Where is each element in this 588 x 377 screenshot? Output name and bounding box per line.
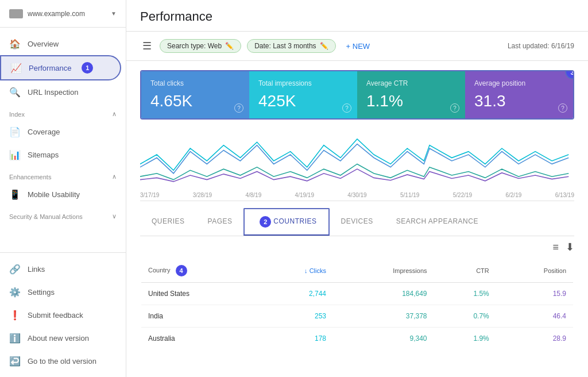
search-type-chip[interactable]: Search type: Web ✏️ [160,39,241,53]
performance-badge: 1 [82,62,93,74]
date-chip[interactable]: Date: Last 3 months ✏️ [247,39,335,53]
filter-button[interactable]: ☰ [140,37,154,55]
edit-date-icon: ✏️ [320,42,328,50]
table-badge: 4 [176,265,187,276]
position-india: 46.4 [496,305,574,328]
sitemaps-icon: 📊 [9,149,21,160]
chart-x-labels: 3/17/19 3/28/19 4/8/19 4/19/19 4/30/19 5… [140,191,574,199]
feedback-icon: ❗ [9,309,21,321]
col-ctr: CTR [434,259,496,283]
metrics-row: Total clicks 4.65K ? Total impressions 4… [140,70,574,120]
sidebar-item-overview[interactable]: 🏠 Overview [0,32,121,55]
settings-icon: ⚙️ [9,286,21,298]
sidebar-item-settings[interactable]: ⚙️ Settings [0,280,121,303]
links-icon: 🔗 [9,263,21,275]
metric-ctr[interactable]: Average CTR 1.1% ? [357,71,465,118]
col-country: Country 4 [141,259,258,283]
edit-search-type-icon: ✏️ [225,42,234,50]
sidebar-header: www.example.com ▼ [0,0,126,28]
sidebar-item-go-old[interactable]: ↩️ Go to the old version [0,349,121,372]
x-label-6: 5/22/19 [453,192,472,198]
metric-clicks[interactable]: Total clicks 4.65K ? [141,71,249,118]
sidebar-overview-label: Overview [28,40,59,48]
impressions-australia: 9,340 [333,328,434,351]
page-title: Performance [140,9,574,24]
x-label-1: 3/28/19 [193,192,212,198]
impressions-us: 184,649 [333,283,434,305]
sidebar-item-sitemaps[interactable]: 📊 Sitemaps [0,143,121,166]
clicks-label: Total clicks [150,79,240,87]
sidebar-settings-label: Settings [28,288,55,297]
filter-rows-button[interactable]: ≡ [552,241,559,253]
table-row: United States 2,744 184,649 1.5% 15.9 [141,283,574,305]
tab-pages[interactable]: PAGES [196,210,244,233]
impressions-label: Total impressions [258,79,348,87]
tabs-row: QUERIES PAGES 2 COUNTRIES DEVICES SEARCH… [140,208,574,236]
sidebar-feedback-label: Submit feedback [28,311,83,320]
countries-badge: 2 [260,216,271,228]
impressions-value: 425K [258,92,348,110]
tab-countries[interactable]: 2 COUNTRIES [243,208,329,236]
index-section-label: Index ∧ [0,103,126,120]
chart-container: 3/17/19 3/28/19 4/8/19 4/19/19 4/30/19 5… [140,126,574,201]
enhancements-collapse-icon[interactable]: ∧ [112,173,117,180]
tab-queries[interactable]: QUERIES [140,210,196,233]
tab-devices[interactable]: DEVICES [330,210,385,233]
index-collapse-icon[interactable]: ∧ [112,110,117,118]
sidebar-performance-label: Performance [29,64,71,72]
impressions-info-icon: ? [342,103,351,113]
clicks-australia: 178 [258,328,333,351]
clicks-value: 4.65K [150,92,240,110]
table-row: Australia 178 9,340 1.9% 28.9 [141,328,574,351]
metric-position[interactable]: Average position 31.3 ? [465,71,573,118]
sidebar-domain: www.example.com [28,10,106,18]
search-icon: 🔍 [9,86,21,98]
sidebar-about-label: About new version [28,334,89,343]
sort-arrow-icon: ↓ [304,267,310,274]
country-us: United States [141,283,258,305]
search-type-label: Search type: Web [167,42,222,50]
sidebar-caret-icon[interactable]: ▼ [111,10,117,17]
tab-search-appearance[interactable]: SEARCH APPEARANCE [385,210,490,233]
sidebar-goold-label: Go to the old version [28,357,96,366]
table-row: India 253 37,378 0.7% 46.4 [141,305,574,328]
sidebar-bottom: 🔗 Links ⚙️ Settings ❗ Submit feedback ℹ️… [0,252,126,377]
performance-chart [140,126,574,189]
ctr-us: 1.5% [434,283,496,305]
back-icon: ↩️ [9,355,21,367]
security-collapse-icon[interactable]: ∨ [112,213,117,220]
sidebar-links-label: Links [28,265,45,274]
ctr-australia: 1.9% [434,328,496,351]
x-label-5: 5/11/19 [400,192,419,198]
sidebar-item-url-inspection[interactable]: 🔍 URL Inspection [0,80,121,103]
security-section-label: Security & Manual Actions ∨ [0,206,126,222]
new-button[interactable]: + NEW [342,40,375,53]
download-button[interactable]: ⬇ [566,241,574,253]
metric-impressions[interactable]: Total impressions 425K ? [249,71,357,118]
position-value: 31.3 [474,92,564,110]
sidebar-item-about-new[interactable]: ℹ️ About new version [0,326,121,349]
position-info-icon: ? [558,103,567,113]
sidebar-item-mobile-usability[interactable]: 📱 Mobile Usability [0,183,121,206]
country-australia: Australia [141,328,258,351]
sidebar-item-links[interactable]: 🔗 Links [0,257,121,280]
col-clicks[interactable]: ↓ Clicks [258,259,333,283]
sidebar-item-performance[interactable]: 📈 Performance 1 [0,55,121,80]
clicks-info-icon: ? [234,103,243,113]
enhancements-section-label: Enhancements ∧ [0,166,126,183]
sidebar-mobile-label: Mobile Usability [28,190,80,199]
x-label-7: 6/2/19 [505,192,521,198]
x-label-0: 3/17/19 [140,192,159,198]
performance-icon: 📈 [10,62,22,74]
col-position: Position [496,259,574,283]
home-icon: 🏠 [9,38,21,49]
sidebar-item-coverage[interactable]: 📄 Coverage [0,120,121,143]
x-label-3: 4/19/19 [295,192,314,198]
clicks-india: 253 [258,305,333,328]
position-us: 15.9 [496,283,574,305]
info-icon: ℹ️ [9,332,21,344]
countries-tab-label: COUNTRIES [273,217,316,225]
sidebar-item-submit-feedback[interactable]: ❗ Submit feedback [0,303,121,326]
x-label-4: 4/30/19 [347,192,366,198]
clicks-us: 2,744 [258,283,333,305]
